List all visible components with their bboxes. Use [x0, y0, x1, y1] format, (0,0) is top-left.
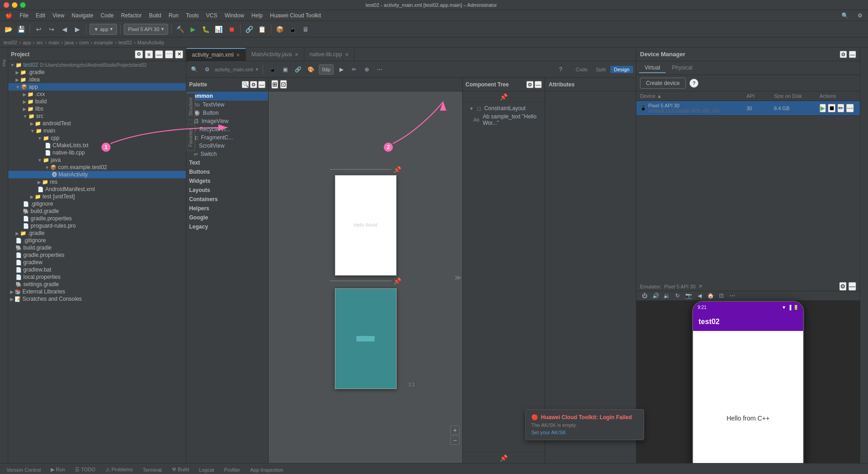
palette-item-recyclerview[interactable]: ≡ RecyclerVi... [186, 125, 268, 133]
tree-item-root[interactable]: ▼ 📁 test02 D:\Users\zhendongzhu\AndroidS… [8, 61, 186, 69]
search-everywhere-icon[interactable]: 🔍 [838, 11, 852, 20]
tree-item-buildgradle-app[interactable]: 🐘 build.gradle [8, 208, 186, 215]
tree-item-app[interactable]: ▼ 📦 app [8, 83, 186, 91]
palette-item-textview[interactable]: Ab TextView [186, 101, 268, 109]
breadcrumb-example[interactable]: example [94, 40, 113, 45]
project-collapse-icon[interactable]: — [155, 50, 163, 59]
more-device-button[interactable]: ⋯ [846, 104, 854, 112]
palette-cat-common[interactable]: Common [186, 91, 268, 101]
ct-item-sampletext[interactable]: Ab Ab sample_text "Hello Wor..." [463, 112, 545, 127]
run-device-button[interactable]: ▶ [820, 104, 826, 112]
dm-tab-virtual[interactable]: Virtual [639, 63, 666, 73]
tab-activity-main[interactable]: activity_main.xml ✕ [186, 48, 246, 61]
project-close-icon[interactable]: ✕ [175, 50, 183, 59]
ct-close-button[interactable]: — [535, 81, 542, 88]
tree-item-proguard[interactable]: 📄 proguard-rules.pro [8, 222, 186, 229]
breadcrumb-java[interactable]: java [65, 40, 74, 45]
redo-button[interactable]: ↪ [46, 24, 57, 35]
design-layout-icon[interactable]: ▣ [281, 64, 291, 75]
device-manager-button[interactable]: 📱 [287, 24, 298, 35]
breadcrumb-mainactivity[interactable]: MainActivity [138, 40, 164, 45]
design-more-icon[interactable]: ⋯ [375, 64, 385, 75]
tab-native-lib[interactable]: native-lib.cpp ✕ [304, 48, 355, 61]
project-more-icon[interactable]: ⋯ [165, 50, 173, 59]
tab-appinspection[interactable]: App Inspection [245, 466, 288, 474]
tree-item-gitignore-app[interactable]: 📄 .gitignore [8, 200, 186, 208]
debug-button[interactable]: 🐛 [201, 24, 212, 35]
back-button[interactable]: ◀ [59, 24, 70, 35]
tree-item-gradlew[interactable]: 📄 gradlew [8, 259, 186, 266]
tree-item-settings-gradle[interactable]: 🐘 settings.gradle [8, 281, 186, 288]
palette-cat-widgets[interactable]: Widgets [186, 176, 268, 186]
menu-file[interactable]: File [16, 11, 32, 20]
design-orient-icon[interactable]: 📱 [268, 64, 278, 75]
tab-todo[interactable]: ☰ TODO [70, 465, 100, 474]
menu-vcs[interactable]: VCS [202, 11, 221, 20]
design-settings-icon[interactable]: ⚙ [202, 64, 212, 75]
tree-item-unittest[interactable]: ▶ 📁 test [unitTest] [8, 193, 186, 200]
project-expand-all-icon[interactable]: ≡ [145, 50, 153, 59]
tab-build[interactable]: ⚒ Build [167, 465, 194, 474]
breadcrumb-test02[interactable]: test02 [4, 40, 17, 45]
menu-navigate[interactable]: Navigate [68, 11, 97, 20]
menu-view[interactable]: View [49, 11, 68, 20]
close-tab3-icon[interactable]: ✕ [345, 52, 349, 57]
emu-home-btn[interactable]: 🏠 [706, 291, 715, 300]
emu-back-btn[interactable]: ◀ [695, 291, 704, 300]
design-edit-icon[interactable]: ✏ [349, 64, 359, 75]
design-help-icon[interactable]: ? [556, 64, 566, 75]
minimize-button[interactable] [12, 2, 17, 8]
device-row-pixel5[interactable]: 📱 Pixel 5 API 30 Android 11.0 Google API… [636, 101, 860, 116]
palette-settings-button[interactable]: ⚙ [250, 81, 257, 88]
design-play-icon[interactable]: ▶ [336, 64, 346, 75]
palette-cat-layouts[interactable]: Layouts [186, 186, 268, 195]
canvas-toolbar-btn1[interactable]: ⊞ [271, 80, 278, 89]
tab-run[interactable]: ▶ Run [46, 465, 69, 474]
tree-item-main[interactable]: ▼ 📁 main [8, 127, 186, 134]
zoom-in-button[interactable]: + [450, 426, 460, 435]
palette-item-switch[interactable]: ⇌ Switch [186, 150, 268, 158]
tree-item-java[interactable]: ▼ 📁 java [8, 156, 186, 164]
tree-item-gradlew-bat[interactable]: 📄 gradlew.bat [8, 266, 186, 273]
tab-logcat[interactable]: Logcat [195, 466, 219, 474]
palette-cat-legacy[interactable]: Legacy [186, 222, 268, 231]
edit-device-button[interactable]: ✏ [837, 104, 844, 112]
avd-manager-button[interactable]: 🖥 [300, 24, 311, 35]
palette-cat-containers[interactable]: Containers [186, 195, 268, 204]
device-manager-settings-icon[interactable]: ⚙ [840, 51, 847, 58]
design-search-icon[interactable]: 🔍 [189, 64, 199, 75]
tree-item-mainactivity[interactable]: 🅐 MainActivity [8, 171, 186, 178]
close-tab-icon[interactable]: ✕ [236, 53, 240, 58]
menu-code[interactable]: Code [97, 11, 117, 20]
toast-link[interactable]: Set your AK/SK [531, 430, 638, 435]
emu-vol-up-btn[interactable]: 🔊 [651, 291, 660, 300]
tree-item-package[interactable]: ▼ 📦 com.example.test02 [8, 164, 186, 171]
emu-collapse-btn[interactable]: — [848, 282, 856, 291]
menu-build[interactable]: Build [145, 11, 165, 20]
project-settings-icon[interactable]: ⚙ [135, 50, 143, 59]
palette-item-scrollview[interactable]: ↕ ScrollView [186, 142, 268, 150]
settings-icon[interactable]: ⚙ [854, 11, 866, 20]
make-button[interactable]: 🔨 [175, 24, 186, 35]
save-button[interactable]: 💾 [16, 24, 26, 35]
design-mode-tab[interactable]: Design [610, 66, 633, 73]
create-device-button[interactable]: Create device [640, 78, 686, 89]
palette-cat-helpers[interactable]: Helpers [186, 204, 268, 213]
palette-cat-google[interactable]: Google [186, 213, 268, 222]
tree-item-manifest[interactable]: 📄 AndroidManifest.xml [8, 186, 186, 193]
maximize-button[interactable] [20, 2, 26, 8]
stop-button[interactable]: ⏹ [226, 24, 237, 35]
breadcrumb-src[interactable]: src [37, 40, 43, 45]
project-dropdown[interactable]: ▼ app ▾ [90, 24, 117, 35]
emu-snap-btn[interactable]: 📷 [684, 291, 693, 300]
close-button[interactable] [4, 2, 9, 8]
tab-terminal[interactable]: Terminal [138, 466, 166, 474]
palette-item-button[interactable]: 🔘 Button [186, 109, 268, 117]
emu-vol-down-btn[interactable]: 🔉 [662, 291, 671, 300]
canvas-toolbar-btn2[interactable]: ⊡ [280, 80, 287, 89]
design-transform-icon[interactable]: ⊕ [362, 64, 372, 75]
emu-power-btn[interactable]: ⏻ [640, 291, 649, 300]
breadcrumb-app[interactable]: app [23, 40, 31, 45]
ct-settings-button[interactable]: ⚙ [526, 81, 534, 88]
tree-item-cmakelists[interactable]: 📄 CMakeLists.txt [8, 142, 186, 149]
